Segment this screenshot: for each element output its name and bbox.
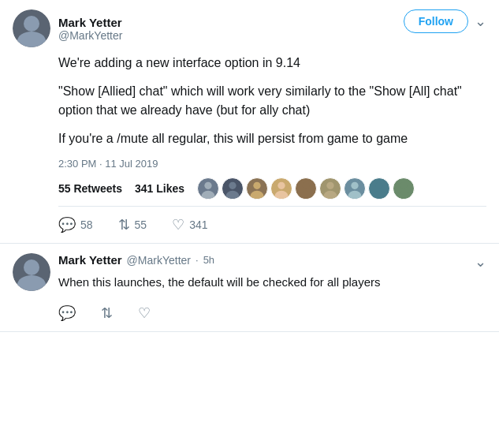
comment-action[interactable]: 💬 58 bbox=[58, 216, 93, 233]
avatar[interactable] bbox=[13, 9, 50, 47]
retweets-stat[interactable]: 55 Retweets bbox=[58, 182, 122, 195]
svg-point-0 bbox=[204, 182, 211, 189]
comment-icon: 💬 bbox=[58, 304, 76, 322]
liker-avatar bbox=[393, 177, 415, 200]
user-info: Mark Yetter @MarkYetter bbox=[58, 16, 122, 42]
dot-separator: · bbox=[196, 254, 199, 266]
chevron-down-icon[interactable]: ⌄ bbox=[475, 13, 486, 30]
svg-point-10 bbox=[326, 182, 333, 189]
user-name: Mark Yetter bbox=[58, 16, 122, 29]
liker-avatar bbox=[197, 177, 219, 200]
retweet-icon: ⇅ bbox=[101, 304, 113, 322]
likes-stat[interactable]: 341 Likes bbox=[135, 182, 184, 195]
tweet-card-reply: Mark Yetter @MarkYetter · 5h ⌄ When this… bbox=[0, 244, 499, 332]
retweet-count: 55 bbox=[135, 218, 147, 231]
avatar-face bbox=[13, 9, 50, 47]
reply-user-handle: @MarkYetter bbox=[127, 254, 191, 267]
header-right: Follow ⌄ bbox=[404, 9, 486, 33]
svg-point-12 bbox=[351, 182, 358, 189]
tweet-header: Mark Yetter @MarkYetter Follow ⌄ bbox=[13, 9, 486, 47]
reply-actions: 💬 ⇅ ♡ bbox=[58, 301, 486, 322]
svg-point-6 bbox=[277, 182, 285, 189]
reply-comment-action[interactable]: 💬 bbox=[58, 304, 76, 322]
svg-point-2 bbox=[229, 182, 236, 189]
reply-header: Mark Yetter @MarkYetter · 5h ⌄ bbox=[58, 253, 486, 271]
tweet-text-2: "Show [Allied] chat" which will work ver… bbox=[58, 82, 486, 120]
liker-avatar bbox=[222, 177, 244, 200]
reply-user-name: Mark Yetter bbox=[58, 253, 122, 267]
reply-content: Mark Yetter @MarkYetter · 5h ⌄ When this… bbox=[58, 253, 486, 322]
tweet-body: We're adding a new interface option in 9… bbox=[13, 54, 486, 233]
likes-count: 341 bbox=[135, 182, 153, 195]
tweet-time: 2:30 PM · 11 Jul 2019 bbox=[58, 158, 486, 170]
tweet-stats: 55 Retweets 341 Likes bbox=[58, 177, 486, 207]
likes-label: Likes bbox=[156, 182, 184, 195]
reply-retweet-action[interactable]: ⇅ bbox=[101, 304, 113, 322]
liker-avatars bbox=[197, 177, 415, 200]
retweet-icon: ⇅ bbox=[118, 216, 130, 233]
comment-icon: 💬 bbox=[58, 216, 76, 233]
comment-count: 58 bbox=[80, 218, 93, 231]
svg-point-16 bbox=[400, 182, 407, 189]
svg-point-15 bbox=[373, 191, 386, 200]
liker-avatar bbox=[319, 177, 341, 200]
tweet-text-1: We're adding a new interface option in 9… bbox=[58, 54, 486, 73]
svg-point-7 bbox=[275, 191, 289, 200]
reply-like-action[interactable]: ♡ bbox=[138, 304, 151, 322]
avatar-small[interactable] bbox=[13, 253, 50, 291]
tweet-header-left: Mark Yetter @MarkYetter bbox=[13, 9, 122, 47]
svg-point-1 bbox=[202, 191, 215, 200]
retweet-action[interactable]: ⇅ 55 bbox=[118, 216, 147, 233]
reply-time-ago: 5h bbox=[203, 254, 214, 266]
retweets-count: 55 bbox=[58, 182, 71, 195]
liker-avatar bbox=[246, 177, 268, 200]
reply-text: When this launches, the default will be … bbox=[58, 274, 486, 292]
svg-point-17 bbox=[397, 191, 411, 200]
retweets-label: Retweets bbox=[73, 182, 121, 195]
avatar-face-small bbox=[13, 253, 50, 291]
follow-button[interactable]: Follow bbox=[404, 9, 468, 33]
svg-point-14 bbox=[375, 182, 382, 189]
liker-avatar bbox=[270, 177, 292, 200]
svg-point-8 bbox=[302, 182, 309, 189]
reply-chevron-down-icon[interactable]: ⌄ bbox=[475, 253, 486, 271]
tweet-actions: 💬 58 ⇅ 55 ♡ 341 bbox=[58, 213, 486, 233]
svg-point-9 bbox=[300, 191, 313, 200]
svg-point-5 bbox=[251, 191, 264, 200]
svg-point-13 bbox=[348, 191, 362, 200]
svg-point-11 bbox=[324, 191, 337, 200]
tweet-text-3: If you're a /mute all regular, this will… bbox=[58, 129, 486, 148]
svg-point-4 bbox=[253, 182, 260, 189]
like-action[interactable]: ♡ 341 bbox=[172, 216, 207, 233]
tweet-card-main: Mark Yetter @MarkYetter Follow ⌄ We're a… bbox=[0, 0, 499, 244]
liker-avatar bbox=[344, 177, 366, 200]
heart-icon: ♡ bbox=[172, 216, 184, 233]
like-count: 341 bbox=[189, 218, 207, 231]
heart-icon: ♡ bbox=[138, 304, 151, 322]
liker-avatar bbox=[368, 177, 390, 200]
user-handle: @MarkYetter bbox=[58, 29, 122, 42]
svg-point-3 bbox=[226, 191, 240, 200]
reply-user: Mark Yetter @MarkYetter · 5h bbox=[58, 253, 214, 267]
liker-avatar bbox=[295, 177, 317, 200]
left-bar bbox=[13, 253, 50, 322]
